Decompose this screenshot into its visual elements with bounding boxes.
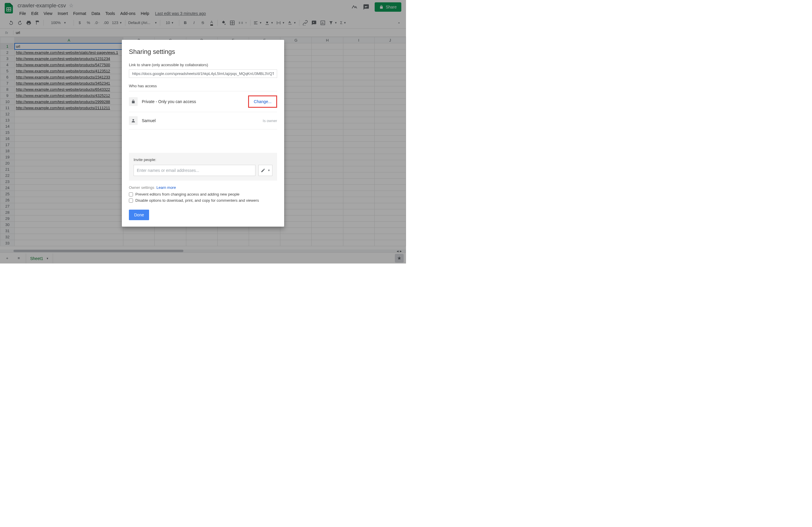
permission-selector[interactable]: ▼ bbox=[258, 165, 272, 176]
private-text: Private - Only you can access bbox=[142, 99, 244, 104]
who-has-access-label: Who has access bbox=[129, 84, 277, 88]
checkbox-prevent-editors-input[interactable] bbox=[129, 192, 133, 196]
invite-title: Invite people: bbox=[134, 158, 272, 162]
owner-settings: Owner settings Learn more Prevent editor… bbox=[129, 185, 277, 203]
share-link-input[interactable] bbox=[129, 69, 277, 78]
owner-name: Samuel bbox=[142, 118, 259, 123]
modal-overlay: Sharing settings Link to share (only acc… bbox=[0, 0, 406, 263]
person-icon bbox=[129, 116, 138, 125]
access-row-owner: Samuel Is owner bbox=[129, 112, 277, 129]
dialog-title: Sharing settings bbox=[129, 48, 277, 56]
checkbox-prevent-editors[interactable]: Prevent editors from changing access and… bbox=[129, 192, 277, 196]
done-button[interactable]: Done bbox=[129, 210, 149, 220]
invite-section: Invite people: ▼ bbox=[129, 153, 277, 181]
access-row-private: Private - Only you can access Change... bbox=[129, 91, 277, 112]
checkbox-disable-download[interactable]: Disable options to download, print, and … bbox=[129, 198, 277, 203]
is-owner-label: Is owner bbox=[263, 119, 277, 123]
svg-point-14 bbox=[132, 119, 134, 121]
checkbox-prevent-editors-label: Prevent editors from changing access and… bbox=[135, 192, 240, 196]
pencil-icon bbox=[261, 168, 265, 173]
change-access-link[interactable]: Change... bbox=[248, 96, 277, 108]
invite-input[interactable] bbox=[134, 165, 256, 176]
sharing-dialog: Sharing settings Link to share (only acc… bbox=[122, 40, 284, 226]
checkbox-disable-download-label: Disable options to download, print, and … bbox=[135, 198, 259, 203]
link-share-label: Link to share (only accessible by collab… bbox=[129, 63, 277, 67]
lock-icon bbox=[129, 97, 138, 106]
learn-more-link[interactable]: Learn more bbox=[156, 185, 176, 190]
owner-settings-label: Owner settings bbox=[129, 185, 154, 190]
checkbox-disable-download-input[interactable] bbox=[129, 199, 133, 203]
